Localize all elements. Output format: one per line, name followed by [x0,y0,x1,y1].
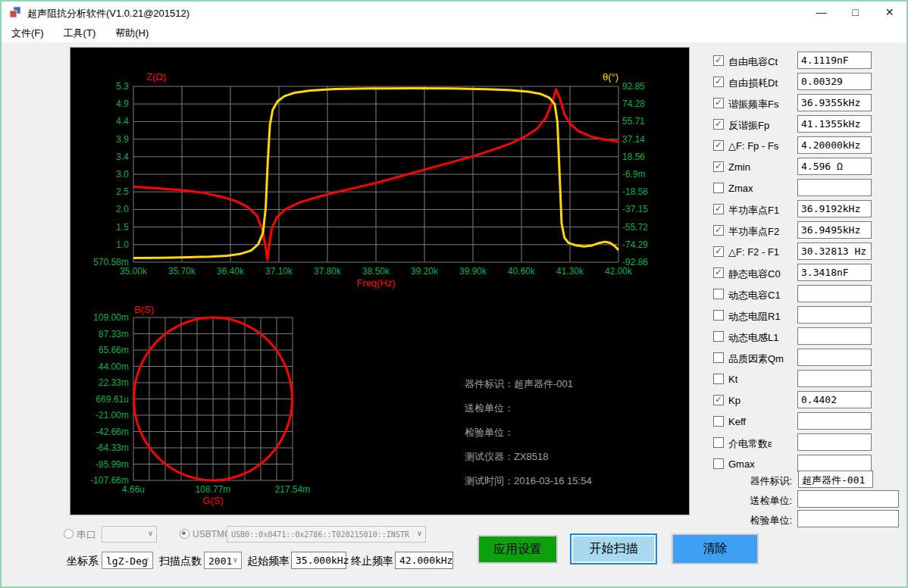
result-row: 动态电容C1 [709,283,904,305]
result-checkbox[interactable] [713,374,724,384]
result-checkbox[interactable] [713,416,724,427]
chevron-down-icon: ∨ [144,555,149,564]
chevron-down-icon: ∨ [233,555,238,564]
info-line: 送检单位： [465,396,592,421]
device-info-field[interactable] [797,490,899,508]
result-checkbox[interactable] [713,331,724,342]
result-value-field[interactable]: 36.9192kHz [797,200,872,217]
result-checkbox[interactable]: ✓ [713,77,724,87]
result-value-field[interactable] [797,179,872,196]
chart-panel: 5.392.8535.00k4.974.2835.70k4.455.7136.4… [70,47,690,515]
y-tick-left: 5.3 [116,81,129,92]
y-tick: 87.33m [99,329,129,339]
y-tick: 44.00m [99,361,129,372]
sweep-points-label: 扫描点数 [159,555,202,568]
result-value-field[interactable] [797,285,872,302]
menu-tools[interactable]: 工具(T) [54,23,106,42]
start-scan-button[interactable]: 开始扫描 [570,533,657,565]
x-tick: 108.77m [196,484,231,495]
result-value-field[interactable] [797,412,872,430]
result-value-field[interactable]: 36.9495kHz [797,221,872,239]
y-tick-right: 92.85 [622,81,645,92]
menubar: 文件(F)工具(T)帮助(H) [2,23,906,42]
result-row: 动态电阻R1 [709,305,904,326]
menu-help[interactable]: 帮助(H) [105,23,158,42]
maximize-button[interactable]: □ [838,2,872,23]
result-value-field[interactable]: 3.3418nF [797,264,872,281]
result-value-field[interactable]: 30.32813 Hz [797,242,872,260]
menu-file[interactable]: 文件(F) [2,23,54,42]
y-tick: -64.33m [95,443,129,453]
right-axis-title: θ(°) [603,71,618,83]
result-value-field[interactable]: 0.00329 [797,73,872,90]
device-info-panel: 器件标识:超声器件-001送检单位:检验单位: [709,470,904,529]
serial-label: 串口 [77,528,96,542]
result-label: 动态电阻R1 [728,310,781,324]
y-tick: -21.00m [95,410,129,421]
result-checkbox[interactable] [713,310,724,321]
info-value: 2016-03-16 15:54 [514,475,592,486]
result-checkbox[interactable]: ✓ [713,98,724,108]
result-value-field[interactable]: 41.1355kHz [797,115,872,133]
stop-freq-label: 终止频率 [351,555,393,568]
info-line: 测试仪器：ZX8518 [465,445,592,469]
result-checkbox[interactable] [713,437,724,448]
serial-radio[interactable] [64,529,74,539]
result-checkbox[interactable]: ✓ [713,55,724,66]
info-line: 测试时间：2016-03-16 15:54 [465,469,592,493]
minimize-button[interactable]: — [804,2,838,23]
result-checkbox[interactable] [713,289,724,299]
result-row: ✓自由电容Ct4.1119nF [709,50,904,71]
info-line: 器件标识：超声器件-001 [465,372,592,396]
device-info-field[interactable]: 超声器件-001 [798,471,873,488]
result-value-field[interactable]: 4.20000kHz [797,136,872,154]
result-row: ✓反谐振Fp41.1355kHz [709,114,904,135]
result-checkbox[interactable]: ✓ [713,246,724,257]
result-checkbox[interactable] [713,352,724,363]
info-label: 器件标识： [465,378,514,389]
result-label: Kt [728,374,737,385]
stop-freq-input[interactable]: 42.000kHz [395,552,453,569]
device-info-field[interactable] [797,510,899,527]
x-tick: 36.40k [217,266,245,277]
usbtmc-radio[interactable] [180,529,189,539]
result-value-field[interactable]: 4.1119nF [797,52,872,69]
usbtmc-address-select[interactable]: USB0::0x0471::0x2786::T020215010::INSTR … [227,526,426,543]
result-label: Keff [728,416,746,427]
apply-settings-button[interactable]: 应用设置 [477,535,558,564]
result-value-field[interactable] [797,433,872,451]
result-value-field[interactable]: 36.9355kHz [797,94,872,111]
result-checkbox[interactable]: ✓ [713,204,724,214]
result-checkbox[interactable]: ✓ [713,225,724,236]
close-button[interactable]: ✕ [872,2,906,23]
result-value-field[interactable] [797,349,872,366]
y-tick-left: 2.0 [116,204,129,214]
result-checkbox[interactable] [713,183,724,193]
result-value-field[interactable]: 0.4402 [797,391,872,408]
coord-system-select[interactable]: lgZ-Deg ∨ [102,552,153,569]
result-checkbox[interactable]: ✓ [713,140,724,151]
result-value-field[interactable]: 4.596 Ω [797,158,872,175]
result-value-field[interactable] [797,370,872,387]
result-checkbox[interactable]: ✓ [713,395,724,405]
y-axis-title: B(S) [134,304,154,315]
window-controls: — □ ✕ [804,2,906,23]
y-tick: -85.99m [95,459,129,470]
info-value: ZX8518 [514,451,549,462]
result-value-field[interactable] [797,306,872,324]
result-checkbox[interactable]: ✓ [713,119,724,130]
x-tick: 39.90k [459,266,487,277]
result-checkbox[interactable] [713,458,724,469]
result-checkbox[interactable]: ✓ [713,161,724,172]
x-tick: 40.60k [508,266,536,277]
clear-button[interactable]: 清除 [672,533,759,565]
serial-port-select[interactable]: ∨ [102,526,157,543]
result-checkbox[interactable]: ✓ [713,267,724,278]
result-row: 介电常数ε [709,432,904,453]
sweep-points-value: 2001 [208,555,232,567]
sweep-points-select[interactable]: 2001 ∨ [204,552,242,569]
result-value-field[interactable] [797,327,872,345]
y-tick-right: -18.58 [622,186,648,197]
start-freq-input[interactable]: 35.000kHz [291,552,346,569]
result-label: 谐振频率Fs [728,98,778,111]
